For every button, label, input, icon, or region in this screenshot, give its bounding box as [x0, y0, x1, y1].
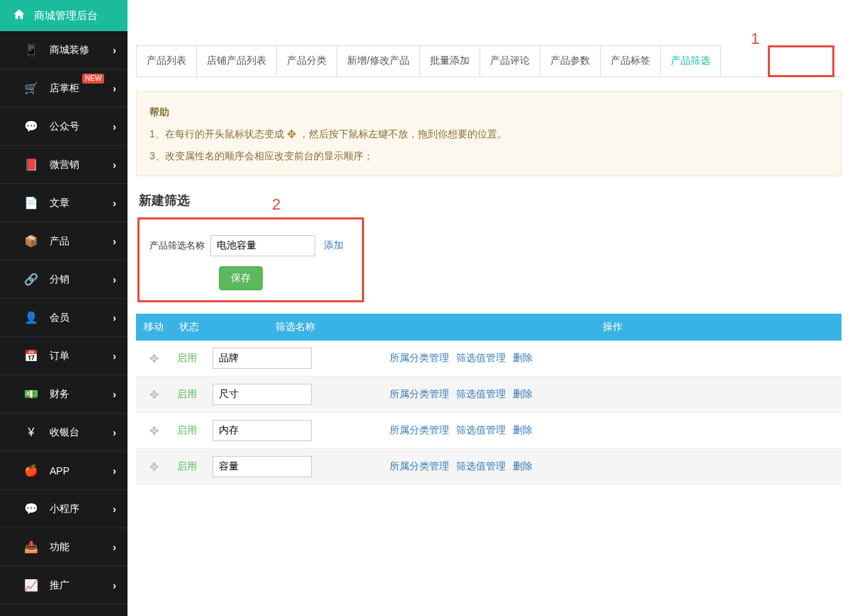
sidebar-icon: 📅 — [21, 349, 41, 363]
sidebar-icon: 🔗 — [21, 273, 41, 286]
chevron-right-icon: › — [113, 427, 116, 438]
status-label[interactable]: 启用 — [177, 388, 197, 399]
op-value-link[interactable]: 筛选值管理 — [456, 352, 506, 363]
help-title: 帮助 — [149, 102, 828, 122]
move-handle-icon[interactable]: ✥ — [142, 424, 166, 438]
tab-4[interactable]: 批量添加 — [419, 45, 480, 76]
help-line-2: 3、改变属性名的顺序会相应改变前台的显示顺序； — [149, 146, 828, 166]
filter-name-input[interactable] — [210, 235, 315, 256]
sidebar-item-4[interactable]: 📄文章› — [0, 184, 128, 222]
table-row: ✥启用所属分类管理筛选值管理删除 — [136, 377, 842, 413]
chevron-right-icon: › — [113, 274, 116, 285]
sidebar-item-label: 小程序 — [50, 503, 79, 515]
op-category-link[interactable]: 所属分类管理 — [390, 388, 449, 399]
row-name-input[interactable] — [212, 384, 312, 405]
op-category-link[interactable]: 所属分类管理 — [390, 424, 449, 435]
sidebar-item-8[interactable]: 📅订单› — [0, 337, 128, 375]
chevron-right-icon: › — [113, 580, 116, 591]
tab-1[interactable]: 店铺产品列表 — [196, 45, 277, 76]
help-line-1: 1、在每行的开头鼠标状态变成 ✥ ，然后按下鼠标左键不放，拖到你想要的位置。 — [149, 123, 828, 146]
op-delete-link[interactable]: 删除 — [513, 424, 533, 435]
table-row: ✥启用所属分类管理筛选值管理删除 — [136, 413, 842, 449]
sidebar-item-label: APP — [50, 465, 69, 477]
annotation-2: 2 — [272, 195, 280, 214]
chevron-right-icon: › — [113, 159, 116, 171]
col-ops: 操作 — [384, 314, 842, 341]
filters-table: 移动 状态 筛选名称 操作 ✥启用所属分类管理筛选值管理删除✥启用所属分类管理筛… — [136, 314, 842, 485]
tab-0[interactable]: 产品列表 — [136, 45, 197, 76]
sidebar-item-label: 推广 — [50, 579, 69, 592]
table-row: ✥启用所属分类管理筛选值管理删除 — [136, 341, 842, 377]
tab-5[interactable]: 产品评论 — [480, 45, 540, 76]
sidebar-icon: ¥ — [21, 426, 41, 439]
sidebar-icon: 🛒 — [21, 81, 41, 95]
sidebar-item-label: 财务 — [50, 388, 69, 401]
sidebar-icon: 📕 — [21, 158, 41, 171]
op-value-link[interactable]: 筛选值管理 — [456, 460, 506, 472]
sidebar-item-11[interactable]: 🍎APP› — [0, 452, 128, 490]
help-box: 帮助 1、在每行的开头鼠标状态变成 ✥ ，然后按下鼠标左键不放，拖到你想要的位置… — [136, 91, 842, 176]
op-delete-link[interactable]: 删除 — [513, 460, 533, 472]
row-name-input[interactable] — [212, 348, 312, 369]
status-label[interactable]: 启用 — [177, 460, 197, 472]
new-badge: NEW — [82, 74, 104, 84]
sidebar-item-10[interactable]: ¥收银台› — [0, 413, 128, 452]
tab-2[interactable]: 产品分类 — [276, 45, 337, 76]
tab-8[interactable]: 产品筛选 — [660, 45, 721, 76]
col-name: 筛选名称 — [207, 314, 384, 341]
sidebar-item-label: 产品 — [50, 235, 69, 248]
sidebar-item-label: 会员 — [50, 312, 69, 324]
move-handle-icon[interactable]: ✥ — [142, 352, 166, 365]
chevron-right-icon: › — [113, 45, 116, 56]
sidebar-icon: 📈 — [21, 578, 41, 592]
sidebar-item-6[interactable]: 🔗分销› — [0, 261, 128, 299]
filter-name-label: 产品筛选名称 — [149, 239, 205, 252]
sidebar-item-label: 店掌柜 — [50, 82, 79, 95]
chevron-right-icon: › — [113, 121, 116, 132]
move-handle-icon[interactable]: ✥ — [142, 388, 166, 401]
sidebar-item-label: 微营销 — [50, 159, 79, 171]
op-delete-link[interactable]: 删除 — [513, 388, 533, 399]
section-title: 新建筛选 — [139, 192, 842, 209]
sidebar-item-14[interactable]: 📈推广› — [0, 566, 128, 605]
sidebar-item-5[interactable]: 📦产品› — [0, 222, 128, 261]
sidebar-item-3[interactable]: 📕微营销› — [0, 146, 128, 184]
op-value-link[interactable]: 筛选值管理 — [456, 388, 506, 399]
sidebar-icon: 🍎 — [21, 464, 41, 477]
sidebar-item-7[interactable]: 👤会员› — [0, 299, 128, 337]
sidebar-item-13[interactable]: 📥功能› — [0, 528, 128, 566]
move-handle-icon[interactable]: ✥ — [142, 460, 166, 474]
sidebar-icon: 📱 — [21, 43, 41, 57]
row-name-input[interactable] — [212, 456, 312, 477]
tab-6[interactable]: 产品参数 — [540, 45, 601, 76]
sidebar-icon: 💬 — [21, 502, 41, 515]
add-link[interactable]: 添加 — [324, 239, 344, 252]
sidebar-item-label: 订单 — [50, 350, 69, 363]
chevron-right-icon: › — [113, 465, 116, 477]
status-label[interactable]: 启用 — [177, 424, 197, 435]
app-header: 商城管理后台 — [0, 0, 128, 31]
sidebar-item-label: 分销 — [50, 273, 69, 286]
sidebar-item-9[interactable]: 💵财务› — [0, 375, 128, 413]
sidebar-item-2[interactable]: 💬公众号› — [0, 108, 128, 146]
save-button[interactable]: 保存 — [219, 266, 263, 290]
op-delete-link[interactable]: 删除 — [513, 352, 533, 363]
app-title: 商城管理后台 — [34, 9, 98, 23]
op-category-link[interactable]: 所属分类管理 — [390, 460, 449, 472]
chevron-right-icon: › — [113, 542, 116, 553]
sidebar-icon: 💵 — [21, 387, 41, 401]
sidebar-item-12[interactable]: 💬小程序› — [0, 490, 128, 528]
sidebar-icon: 📥 — [21, 540, 41, 554]
tab-7[interactable]: 产品标签 — [600, 45, 661, 76]
sidebar-item-label: 公众号 — [50, 120, 79, 133]
op-value-link[interactable]: 筛选值管理 — [456, 424, 506, 435]
row-name-input[interactable] — [212, 420, 312, 441]
sidebar-item-1[interactable]: 🛒店掌柜NEW› — [0, 69, 128, 108]
sidebar-item-0[interactable]: 📱商城装修› — [0, 31, 128, 69]
sidebar-icon: 👤 — [21, 311, 41, 324]
sidebar-item-label: 收银台 — [50, 426, 79, 439]
status-label[interactable]: 启用 — [177, 352, 197, 363]
chevron-right-icon: › — [113, 83, 116, 94]
tab-3[interactable]: 新增/修改产品 — [336, 45, 420, 76]
op-category-link[interactable]: 所属分类管理 — [390, 352, 449, 363]
